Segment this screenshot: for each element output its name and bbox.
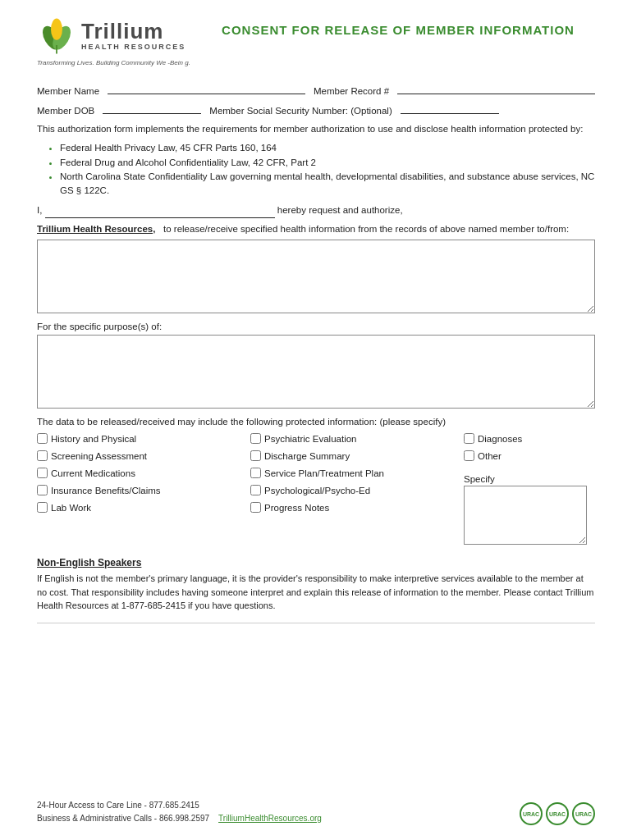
checkbox-col-3: Diagnoses Other Specify bbox=[464, 433, 595, 547]
care-line: 24-Hour Access to Care Line - 877.685.24… bbox=[37, 799, 322, 812]
footer-divider bbox=[37, 623, 595, 623]
auth-text-line: Trillium Health Resources, to release/re… bbox=[37, 221, 595, 236]
checkbox-medications-input[interactable] bbox=[37, 468, 48, 478]
auth-prefix: I, bbox=[37, 205, 42, 215]
checkbox-labwork-label: Lab Work bbox=[51, 503, 91, 513]
purpose-textarea[interactable] bbox=[37, 335, 595, 409]
member-name-row: Member Name Member Record # bbox=[37, 81, 595, 96]
checkbox-discharge-label: Discharge Summary bbox=[264, 451, 350, 461]
checkbox-labwork-input[interactable] bbox=[37, 502, 48, 513]
protected-info-label: The data to be released/received may inc… bbox=[37, 417, 595, 427]
bullet-3: North Carolina State Confidentiality Law… bbox=[60, 170, 595, 199]
checkbox-diagnoses: Diagnoses bbox=[464, 433, 595, 444]
checkbox-psychiatric-label: Psychiatric Evaluation bbox=[264, 434, 357, 444]
specify-textarea[interactable] bbox=[464, 486, 587, 545]
specify-area: Specify bbox=[464, 474, 595, 547]
member-ssn-label: Member Social Security Number: (Optional… bbox=[209, 106, 392, 116]
auth-name-field[interactable] bbox=[45, 205, 275, 218]
bullet-1: Federal Health Privacy Law, 45 CFR Parts… bbox=[60, 141, 595, 155]
intro-text: This authorization form implements the r… bbox=[37, 122, 595, 136]
checkbox-medications-label: Current Medications bbox=[51, 468, 135, 478]
logo-health-text: HEALTH RESOURCES bbox=[81, 42, 185, 52]
badge-1: URAC bbox=[520, 802, 543, 825]
non-english-title: Non-English Speakers bbox=[37, 557, 595, 568]
checkbox-insurance: Insurance Benefits/Claims bbox=[37, 485, 250, 495]
footer-badges: URAC URAC URAC bbox=[520, 802, 595, 825]
bullet-2: Federal Drug and Alcohol Confidentiality… bbox=[60, 156, 595, 170]
checkbox-discharge-input[interactable] bbox=[250, 450, 261, 461]
page-header: Trillium HEALTH RESOURCES Transforming L… bbox=[37, 16, 595, 66]
checkbox-screening: Screening Assessment bbox=[37, 450, 250, 461]
checkboxes-area: History and Physical Screening Assessmen… bbox=[37, 433, 595, 547]
checkbox-col-2: Psychiatric Evaluation Discharge Summary… bbox=[250, 433, 464, 547]
logo-tagline: Transforming Lives. Building Community W… bbox=[37, 59, 190, 66]
footer-website[interactable]: TrilliumHealthResources.org bbox=[218, 814, 322, 823]
auth-detail: to release/receive specified health info… bbox=[163, 224, 569, 234]
bullet-list: Federal Health Privacy Law, 45 CFR Parts… bbox=[60, 141, 595, 198]
checkbox-medications: Current Medications bbox=[37, 468, 250, 478]
member-record-label: Member Record # bbox=[314, 86, 389, 96]
page-title: CONSENT FOR RELEASE OF MEMBER INFORMATIO… bbox=[222, 23, 575, 37]
checkbox-serviceplan-input[interactable] bbox=[250, 468, 261, 478]
checkbox-diagnoses-input[interactable] bbox=[464, 433, 474, 444]
checkbox-progress-input[interactable] bbox=[250, 502, 261, 513]
checkbox-psychiatric-input[interactable] bbox=[250, 433, 261, 444]
checkbox-labwork: Lab Work bbox=[37, 502, 250, 513]
svg-point-2 bbox=[51, 19, 62, 40]
logo-trillium-text: Trillium bbox=[81, 21, 185, 42]
logo-area: Trillium HEALTH RESOURCES Transforming L… bbox=[37, 16, 201, 66]
checkbox-screening-input[interactable] bbox=[37, 450, 48, 461]
checkbox-progress-label: Progress Notes bbox=[264, 503, 329, 513]
specify-label: Specify bbox=[464, 474, 595, 484]
logo-text: Trillium HEALTH RESOURCES bbox=[81, 21, 185, 52]
non-english-text: If English is not the member's primary l… bbox=[37, 572, 595, 613]
purpose-label: For the specific purpose(s) of: bbox=[37, 322, 595, 331]
member-dob-row: Member DOB Member Social Security Number… bbox=[37, 101, 595, 116]
tofrom-textarea[interactable] bbox=[37, 240, 595, 313]
header-title-area: CONSENT FOR RELEASE OF MEMBER INFORMATIO… bbox=[201, 16, 595, 37]
checkbox-serviceplan-label: Service Plan/Treatment Plan bbox=[264, 468, 384, 478]
checkbox-psychiatric: Psychiatric Evaluation bbox=[250, 433, 464, 444]
member-record-field[interactable] bbox=[397, 81, 595, 94]
member-name-field[interactable] bbox=[108, 81, 305, 94]
checkbox-insurance-label: Insurance Benefits/Claims bbox=[51, 486, 161, 495]
checkbox-serviceplan: Service Plan/Treatment Plan bbox=[250, 468, 464, 478]
checkbox-history-input[interactable] bbox=[37, 433, 48, 444]
page-footer: 24-Hour Access to Care Line - 877.685.24… bbox=[37, 799, 595, 825]
checkbox-screening-label: Screening Assessment bbox=[51, 451, 147, 461]
checkbox-psyched: Psychological/Psycho-Ed bbox=[250, 485, 464, 495]
checkbox-psyched-label: Psychological/Psycho-Ed bbox=[264, 486, 370, 495]
member-dob-label: Member DOB bbox=[37, 106, 94, 116]
auth-line: I, hereby request and authorize, bbox=[37, 203, 595, 217]
footer-left: 24-Hour Access to Care Line - 877.685.24… bbox=[37, 799, 322, 825]
checkbox-insurance-input[interactable] bbox=[37, 485, 48, 495]
member-dob-field[interactable] bbox=[103, 101, 201, 114]
member-name-label: Member Name bbox=[37, 86, 99, 96]
checkbox-discharge: Discharge Summary bbox=[250, 450, 464, 461]
badge-3: URAC bbox=[572, 802, 595, 825]
auth-bold: Trillium Health Resources, bbox=[37, 224, 155, 234]
non-english-section: Non-English Speakers If English is not t… bbox=[37, 557, 595, 613]
checkbox-history: History and Physical bbox=[37, 433, 250, 444]
member-info-section: Member Name Member Record # Member DOB M… bbox=[37, 81, 595, 116]
checkbox-diagnoses-label: Diagnoses bbox=[478, 434, 522, 444]
checkbox-progress: Progress Notes bbox=[250, 502, 464, 513]
checkbox-other-label: Other bbox=[478, 451, 501, 461]
checkbox-psyched-input[interactable] bbox=[250, 485, 261, 495]
checkbox-other-input[interactable] bbox=[464, 450, 474, 461]
auth-suffix: hereby request and authorize, bbox=[277, 205, 403, 215]
business-line: Business & Administrative Calls - 866.99… bbox=[37, 812, 322, 825]
checkbox-col-1: History and Physical Screening Assessmen… bbox=[37, 433, 250, 547]
checkbox-history-label: History and Physical bbox=[51, 434, 136, 444]
trillium-logo-icon bbox=[37, 16, 76, 56]
member-ssn-field[interactable] bbox=[401, 101, 499, 114]
badge-2: URAC bbox=[546, 802, 569, 825]
checkbox-other: Other bbox=[464, 450, 595, 461]
